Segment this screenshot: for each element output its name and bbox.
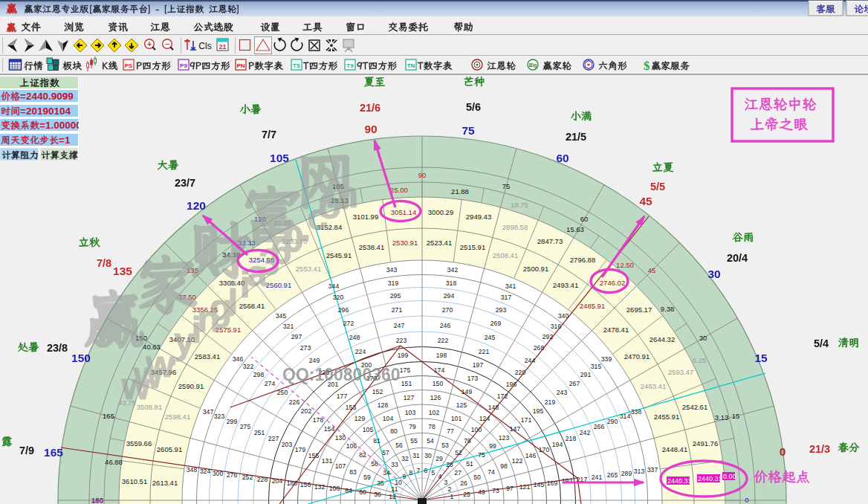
svg-text:26: 26 <box>460 479 467 487</box>
svg-text:7: 7 <box>417 467 421 474</box>
svg-text:171: 171 <box>521 416 532 424</box>
svg-text:337: 337 <box>647 466 658 474</box>
svg-text:75: 75 <box>502 182 511 190</box>
svg-text:25.00: 25.00 <box>390 186 408 194</box>
svg-text:123: 123 <box>499 434 510 442</box>
svg-text:78: 78 <box>428 423 435 430</box>
svg-text:15: 15 <box>754 352 768 364</box>
svg-text:−: − <box>165 39 169 48</box>
svg-text:244: 244 <box>525 357 536 364</box>
svg-text:270: 270 <box>442 306 453 314</box>
svg-text:194: 194 <box>552 441 563 448</box>
svg-text:46.88: 46.88 <box>105 458 123 466</box>
svg-text:150: 150 <box>71 352 91 364</box>
svg-text:2553.41: 2553.41 <box>296 265 321 273</box>
svg-text:107: 107 <box>335 462 346 470</box>
svg-text:169: 169 <box>547 479 558 487</box>
svg-text:73: 73 <box>492 487 499 494</box>
svg-text:32: 32 <box>401 455 409 462</box>
svg-text:m: m <box>326 174 358 216</box>
svg-text:99: 99 <box>489 442 496 450</box>
svg-text:347: 347 <box>203 408 214 416</box>
svg-text:2847.73: 2847.73 <box>537 237 563 245</box>
svg-text:2500.91: 2500.91 <box>523 265 548 273</box>
svg-text:250: 250 <box>277 389 288 396</box>
svg-text:7/8: 7/8 <box>97 257 111 269</box>
svg-text:267: 267 <box>569 380 580 387</box>
svg-text:12.50: 12.50 <box>616 261 634 269</box>
svg-text:180: 180 <box>91 497 103 504</box>
svg-text:75: 75 <box>478 451 485 459</box>
svg-text:2644.32: 2644.32 <box>650 335 675 343</box>
svg-text:=20190104: =20190104 <box>20 106 71 117</box>
svg-text:345: 345 <box>276 312 287 320</box>
svg-text:7/7: 7/7 <box>262 129 276 140</box>
svg-text:30: 30 <box>707 268 720 280</box>
svg-text:2598.41: 2598.41 <box>165 413 190 421</box>
svg-text:2440.31: 2440.31 <box>667 477 692 485</box>
svg-text:219: 219 <box>545 398 556 406</box>
svg-text:3000.29: 3000.29 <box>428 208 453 216</box>
svg-text:2590.91: 2590.91 <box>178 382 204 390</box>
svg-text:27: 27 <box>454 469 461 476</box>
svg-text:3.13: 3.13 <box>715 413 729 421</box>
svg-text:245: 245 <box>485 334 496 341</box>
svg-text:30: 30 <box>699 334 707 342</box>
svg-text:50: 50 <box>473 474 481 481</box>
svg-text:2796.88: 2796.88 <box>570 256 595 264</box>
svg-text:83: 83 <box>349 468 357 476</box>
svg-text:2463.41: 2463.41 <box>641 382 666 390</box>
svg-text:2515.91: 2515.91 <box>460 243 485 251</box>
svg-text:2470.91: 2470.91 <box>624 352 650 361</box>
svg-text:2440.31: 2440.31 <box>698 475 722 482</box>
svg-text:226: 226 <box>289 398 300 406</box>
svg-text:178: 178 <box>313 416 324 424</box>
svg-text:60: 60 <box>580 215 589 223</box>
svg-text:21/3: 21/3 <box>809 443 830 455</box>
svg-text:317: 317 <box>501 294 512 301</box>
svg-text:+: + <box>147 39 152 48</box>
svg-text:7/9: 7/9 <box>19 445 34 456</box>
svg-text:21/5: 21/5 <box>566 131 586 143</box>
svg-text:59: 59 <box>363 474 371 481</box>
svg-text:0: 0 <box>780 445 786 458</box>
svg-text:252: 252 <box>242 474 253 481</box>
svg-text:324: 324 <box>200 468 211 475</box>
svg-text:165: 165 <box>44 446 63 459</box>
svg-text:268: 268 <box>534 344 545 352</box>
svg-text:203: 203 <box>282 441 293 448</box>
svg-text:2: 2 <box>448 485 452 493</box>
svg-text:45: 45 <box>639 195 652 207</box>
svg-text:152: 152 <box>372 388 383 395</box>
svg-text:100: 100 <box>471 426 482 433</box>
svg-text:2448.41: 2448.41 <box>662 445 687 453</box>
svg-text:272: 272 <box>343 320 354 327</box>
svg-text:165: 165 <box>103 412 114 420</box>
svg-text:146: 146 <box>525 452 537 459</box>
svg-text:195: 195 <box>533 407 544 415</box>
svg-text:29: 29 <box>435 455 443 462</box>
svg-text:179: 179 <box>295 446 306 453</box>
svg-text:228: 228 <box>257 476 268 483</box>
svg-text:T9: T9 <box>346 62 354 69</box>
svg-text:104: 104 <box>383 415 394 422</box>
svg-text:53: 53 <box>441 442 449 449</box>
svg-text:2538.41: 2538.41 <box>359 243 384 251</box>
svg-text:299: 299 <box>227 418 238 425</box>
svg-text:266: 266 <box>594 423 605 430</box>
svg-text:9.38: 9.38 <box>661 305 675 313</box>
svg-text:177: 177 <box>337 392 348 400</box>
svg-text:3: 3 <box>444 479 448 486</box>
svg-text:202: 202 <box>301 407 312 415</box>
svg-text:54: 54 <box>427 437 434 445</box>
svg-text:j: j <box>227 275 238 317</box>
svg-text:9: 9 <box>403 473 407 480</box>
svg-text:348: 348 <box>187 466 198 474</box>
svg-text:218: 218 <box>566 435 577 442</box>
svg-text:273: 273 <box>300 344 311 352</box>
svg-text:320: 320 <box>333 294 344 301</box>
svg-text:2523.41: 2523.41 <box>427 239 452 247</box>
svg-text:QQ:100800360: QQ:100800360 <box>282 365 401 384</box>
svg-text:36: 36 <box>374 491 381 498</box>
svg-text:149: 149 <box>461 388 473 395</box>
